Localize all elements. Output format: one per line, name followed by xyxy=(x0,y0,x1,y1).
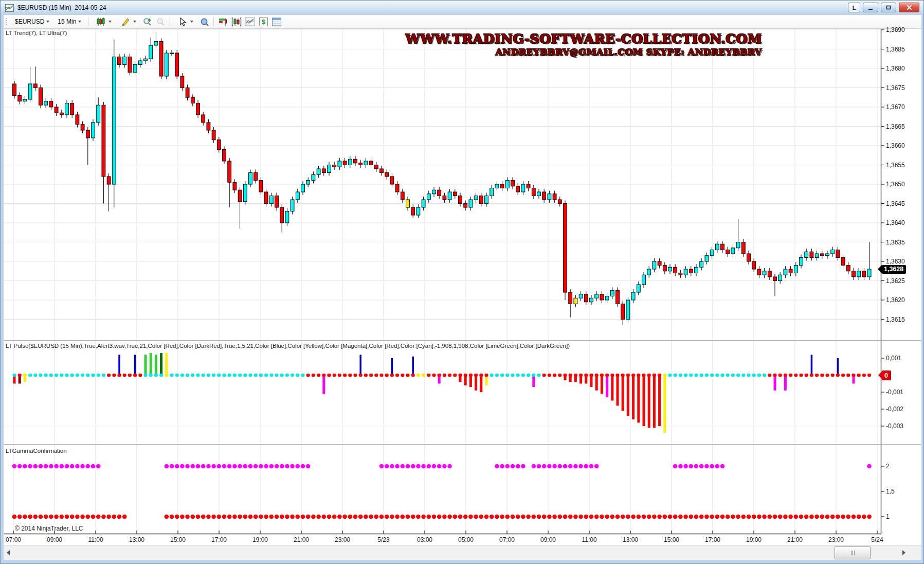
drawing-tools-button[interactable] xyxy=(117,15,139,29)
price-axis-label: 1,3650 xyxy=(886,181,905,188)
time-axis-label: 13:00 xyxy=(129,536,144,543)
restore-icon xyxy=(885,5,892,10)
time-axis-label: 5/23 xyxy=(377,536,389,543)
svg-text:$: $ xyxy=(262,18,266,26)
time-axis-label: 21:00 xyxy=(787,536,803,543)
chart-surface[interactable] xyxy=(4,29,921,545)
time-axis-label: 07:00 xyxy=(6,536,21,543)
pulse-axis-label: 0,001 xyxy=(886,355,901,362)
zoom-out-icon xyxy=(156,17,166,27)
candlestick-style-icon xyxy=(95,16,106,27)
zoom-out-button[interactable] xyxy=(155,16,166,27)
watermark: WWW.TRADING-SOFTWARE-COLLECTION.COM ANDR… xyxy=(405,31,762,57)
price-axis-label: 1,3660 xyxy=(886,142,905,149)
mini-chart-button[interactable] xyxy=(244,16,256,27)
chart-style-button[interactable] xyxy=(92,15,115,29)
time-axis-label: 03:00 xyxy=(417,536,432,543)
time-axis-label: 21:00 xyxy=(294,536,309,543)
horizontal-scrollbar[interactable] xyxy=(4,545,921,560)
price-axis-label: 1,3665 xyxy=(886,123,905,130)
toolbar: $EURUSD 15 Min xyxy=(4,15,921,29)
instrument-selector[interactable]: $EURUSD xyxy=(12,16,52,27)
price-axis-label: 1,3620 xyxy=(886,296,905,304)
chevron-down-icon xyxy=(108,21,112,23)
time-axis-label: 17:00 xyxy=(211,536,227,543)
interval-selector[interactable]: 15 Min xyxy=(55,16,84,27)
mini-chart-icon xyxy=(245,17,255,26)
gamma-axis-label: 2 xyxy=(886,463,890,470)
time-axis-label: 5/24 xyxy=(871,536,883,543)
scroll-right-button[interactable] xyxy=(899,547,909,558)
cursor-arrow-icon xyxy=(177,16,188,27)
time-axis-label: 23:00 xyxy=(335,536,350,543)
time-axis-label: 19:00 xyxy=(252,536,268,543)
time-axis-label: 11:00 xyxy=(582,536,596,543)
pulse-panel-label: LT Pulse($EURUSD (15 Min),True,Alert3.wa… xyxy=(6,343,570,349)
data-box-button[interactable] xyxy=(198,16,210,27)
arrow-left-icon xyxy=(7,550,10,555)
regions-button[interactable] xyxy=(218,16,229,27)
gamma-panel-label: LTGammaConfirmation xyxy=(6,448,67,454)
window-chart-icon xyxy=(5,4,14,12)
price-axis-label: 1,3630 xyxy=(886,258,905,265)
time-axis-label: 11:00 xyxy=(88,536,103,543)
time-axis-label: 05:00 xyxy=(458,536,474,543)
close-button[interactable] xyxy=(899,3,919,12)
minimize-button[interactable] xyxy=(863,3,878,12)
chart-trader-icon xyxy=(231,17,242,27)
chart-window: $EURUSD (15 Min) 2014-05-24 L $EURUSD 15… xyxy=(0,0,924,564)
price-axis-label: 1,3670 xyxy=(886,103,905,111)
gamma-axis-label: 1 xyxy=(886,513,890,520)
price-axis-label: 1,3690 xyxy=(886,26,905,33)
minimize-icon xyxy=(867,5,874,10)
watermark-line2: ANDREYBBRV@GMAIL.COM SKYPE: ANDREYBBRV xyxy=(405,47,762,57)
zoom-in-button[interactable] xyxy=(141,16,153,27)
link-button[interactable]: L xyxy=(848,3,860,12)
window-title: $EURUSD (15 Min) 2014-05-24 xyxy=(17,4,106,11)
time-axis-label: 09:00 xyxy=(540,536,556,543)
price-axis-label: 1,3685 xyxy=(886,46,905,53)
account-dollar-button[interactable]: $ xyxy=(258,16,269,27)
toolbar-separator xyxy=(170,17,170,26)
price-axis-label: 1,3680 xyxy=(886,65,905,72)
chevron-down-icon xyxy=(46,21,49,23)
data-grid-button[interactable] xyxy=(271,16,282,27)
gamma-axis-label: 1,5 xyxy=(886,488,895,495)
pencil-icon xyxy=(120,16,131,27)
price-axis-label: 1,3625 xyxy=(886,277,905,285)
close-icon xyxy=(906,5,913,10)
instrument-label: $EURUSD xyxy=(15,18,44,25)
chart-trader-button[interactable] xyxy=(231,16,242,27)
pulse-axis-label: -0,002 xyxy=(886,406,903,413)
dollar-icon: $ xyxy=(259,17,268,27)
toolbar-separator xyxy=(213,17,214,26)
price-axis-label: 1,3640 xyxy=(886,219,905,226)
chevron-down-icon xyxy=(133,21,136,23)
price-axis-label: 1,3675 xyxy=(886,84,905,92)
time-axis-label: 09:00 xyxy=(47,536,62,543)
toolbar-grip[interactable] xyxy=(5,17,8,26)
time-axis-label: 13:00 xyxy=(623,536,638,543)
time-axis-label: 19:00 xyxy=(746,536,762,543)
restore-button[interactable] xyxy=(881,3,896,12)
pulse-axis-label: -0,003 xyxy=(886,422,903,430)
last-price-marker: 1,3628 xyxy=(882,265,906,274)
time-axis-label: 15:00 xyxy=(170,536,186,543)
toolbar-separator xyxy=(88,17,88,26)
time-axis-label: 17:00 xyxy=(705,536,720,543)
scroll-left-button[interactable] xyxy=(4,547,13,558)
zoom-in-icon xyxy=(142,17,152,27)
price-axis-label: 1,3655 xyxy=(886,162,905,169)
copyright-text: © 2014 NinjaTrader, LLC xyxy=(15,525,83,532)
chevron-down-icon xyxy=(78,21,81,23)
time-axis-label: 07:00 xyxy=(499,536,515,543)
price-axis-label: 1,3645 xyxy=(886,200,905,207)
title-bar[interactable]: $EURUSD (15 Min) 2014-05-24 L xyxy=(1,1,923,15)
price-panel-label: LT Trend(7), LT Ultra(7) xyxy=(6,30,67,36)
scrollbar-thumb[interactable] xyxy=(835,547,871,559)
arrow-right-icon xyxy=(902,550,905,555)
cursor-tool-button[interactable] xyxy=(174,15,196,29)
data-box-magnifier-icon xyxy=(200,17,209,27)
time-axis-label: 23:00 xyxy=(828,536,844,543)
price-axis-label: 1,3635 xyxy=(886,239,905,246)
